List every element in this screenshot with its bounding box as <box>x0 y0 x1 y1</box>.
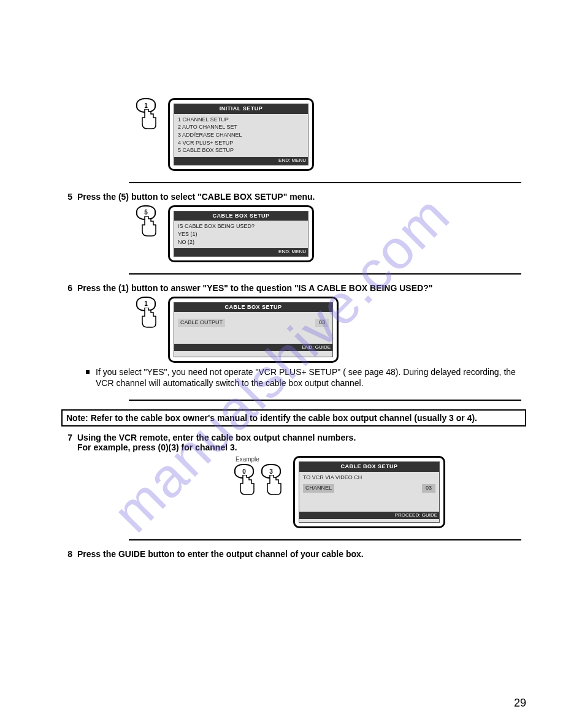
step-number: 7 <box>61 433 72 442</box>
menu-title: CABLE BOX SETUP <box>299 462 439 472</box>
remote-hand-icon: 3 <box>260 464 285 501</box>
menu-item: 2 AUTO CHANNEL SET <box>178 124 304 131</box>
menu-line: IS CABLE BOX BEING USED? <box>178 223 304 230</box>
menu-footer: END: MENU <box>174 157 308 164</box>
menu-field-label: CHANNEL <box>303 484 334 493</box>
menu-item: 3 ADD/ERASE CHANNEL <box>178 132 304 139</box>
menu-field-value: 03 <box>315 319 329 327</box>
figure-step5: 5 CABLE BOX SETUP IS CABLE BOX BEING USE… <box>135 205 526 262</box>
bullet-icon <box>86 370 90 374</box>
hand-icon <box>239 475 258 499</box>
divider <box>129 400 521 401</box>
menu-item: 5 CABLE BOX SETUP <box>178 147 304 154</box>
tv-screen-cable-output: CABLE BOX SETUP CABLE OUTPUT 03 END: GUI… <box>168 297 339 363</box>
menu-item: 1 CHANNEL SETUP <box>178 116 304 124</box>
page-number: 29 <box>514 697 526 710</box>
hand-icon <box>141 109 159 134</box>
example-label: Example <box>236 456 285 463</box>
step-6: 6 Press the (1) button to answer "YES" t… <box>61 283 526 293</box>
remote-hand-icon: 1 <box>135 297 159 333</box>
figure-step4: 1 INITIAL SETUP 1 CHANNEL SETUP 2 AUTO C… <box>135 98 526 171</box>
divider <box>129 273 521 275</box>
tv-screen-menu: INITIAL SETUP 1 CHANNEL SETUP 2 AUTO CHA… <box>168 98 314 171</box>
menu-field-value: 03 <box>422 484 435 493</box>
figure-step7: Example 0 3 CABLE BOX SETUP <box>233 456 526 528</box>
menu-footer: PROCEED: GUIDE <box>299 512 439 519</box>
hand-icon <box>141 308 159 332</box>
step-6-note: If you select "YES", you need not operat… <box>86 366 526 389</box>
menu-field-label: CABLE OUTPUT <box>178 319 225 327</box>
step-instruction: Using the VCR remote, enter the cable bo… <box>77 433 526 452</box>
step-number: 6 <box>61 283 72 293</box>
tv-screen-channel-entry: CABLE BOX SETUP TO VCR VIA VIDEO CH CHAN… <box>293 456 445 528</box>
step-number: 5 <box>61 192 72 202</box>
figure-step6: 1 CABLE BOX SETUP CABLE OUTPUT 03 END: G… <box>135 297 526 363</box>
remote-hand-icon: 1 <box>135 98 159 135</box>
step-instruction: Press the (1) button to answer "YES" to … <box>77 283 526 293</box>
menu-item: 4 VCR PLUS+ SETUP <box>178 140 304 147</box>
step-5: 5 Press the (5) button to select "CABLE … <box>61 192 526 202</box>
manual-page: manualshive.com 1 INITIAL SETUP 1 CHANNE… <box>0 0 563 728</box>
menu-footer: END: GUIDE <box>174 344 332 351</box>
hand-icon <box>141 216 159 241</box>
example-buttons-group: Example 0 3 <box>233 456 285 501</box>
menu-title: CABLE BOX SETUP <box>174 303 332 313</box>
step7-line2: For example, press (0)(3) for channel 3. <box>77 442 237 452</box>
step-8: 8 Press the GUIDE button to enter the ou… <box>61 549 526 559</box>
remote-hand-icon: 5 <box>135 205 159 242</box>
step-number: 8 <box>61 549 72 559</box>
note-text: If you select "YES", you need not operat… <box>96 366 526 389</box>
divider <box>129 182 521 183</box>
step7-line1: Using the VCR remote, enter the cable bo… <box>77 433 356 442</box>
tv-screen-cable-setup: CABLE BOX SETUP IS CABLE BOX BEING USED?… <box>168 205 314 262</box>
menu-footer: END: MENU <box>174 248 308 256</box>
remote-hand-icon: 0 <box>233 464 258 501</box>
step-instruction: Press the (5) button to select "CABLE BO… <box>77 192 526 202</box>
menu-title: INITIAL SETUP <box>174 104 308 114</box>
step-7: 7 Using the VCR remote, enter the cable … <box>61 433 526 452</box>
menu-title: CABLE BOX SETUP <box>174 211 308 221</box>
menu-line: YES (1) <box>178 231 304 238</box>
hand-icon <box>266 475 285 499</box>
menu-line: TO VCR VIA VIDEO CH <box>303 474 435 482</box>
menu-line: NO (2) <box>178 239 304 246</box>
divider <box>129 539 521 540</box>
note-box: Note: Refer to the cable box owner's man… <box>61 409 526 427</box>
step-instruction: Press the GUIDE button to enter the outp… <box>77 549 526 559</box>
